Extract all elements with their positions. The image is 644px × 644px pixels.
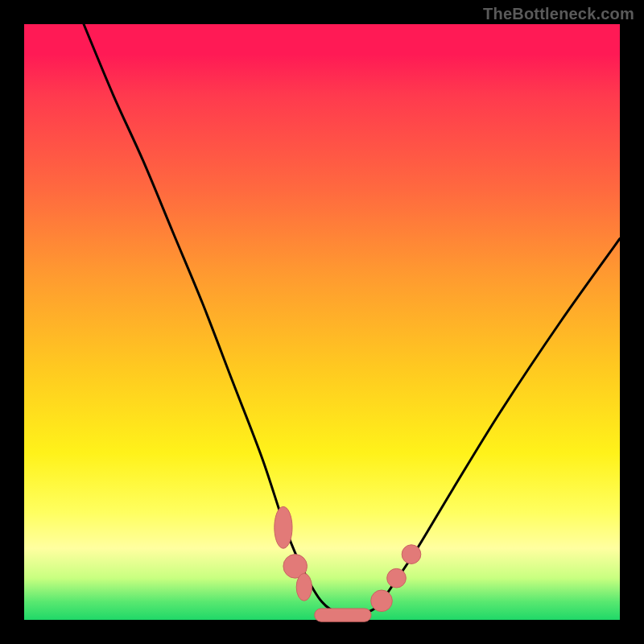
curve-marker-3 xyxy=(315,609,371,621)
curve-layer xyxy=(24,24,620,620)
chart-frame: TheBottleneck.com xyxy=(0,0,644,644)
watermark-text: TheBottleneck.com xyxy=(483,5,634,23)
curve-marker-5 xyxy=(387,568,407,588)
curve-marker-0 xyxy=(275,506,292,548)
plot-area xyxy=(24,24,620,620)
curve-markers xyxy=(275,506,421,621)
curve-marker-6 xyxy=(402,545,421,564)
curve-marker-4 xyxy=(371,590,393,612)
bottleneck-curve xyxy=(84,24,620,615)
curve-marker-2 xyxy=(296,573,312,601)
curve-path xyxy=(84,24,620,615)
